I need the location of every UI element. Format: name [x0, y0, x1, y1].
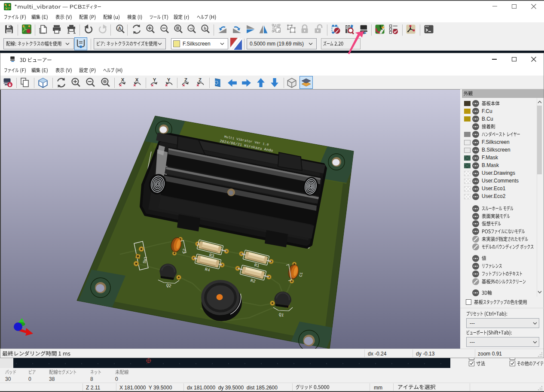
svg-text:Y: Y: [153, 77, 156, 82]
svg-text:A: A: [118, 26, 122, 31]
svg-text:X: X: [135, 77, 139, 82]
svg-text:Y: Y: [167, 77, 171, 82]
svg-text:Z: Z: [199, 77, 202, 82]
svg-text:Z: Z: [184, 77, 187, 82]
svg-text:X: X: [121, 77, 125, 82]
